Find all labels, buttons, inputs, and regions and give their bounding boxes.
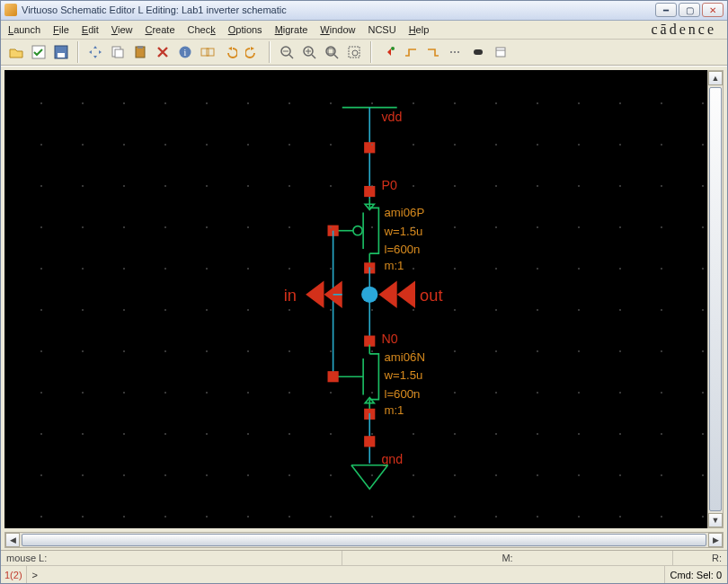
vertical-scrollbar[interactable]: ▲ ▼ [707,70,724,528]
open-button[interactable] [6,42,26,62]
svg-rect-2 [58,53,65,58]
menu-options[interactable]: Options [226,22,264,37]
cmd-sel-status: Cmd: Sel: 0 [664,566,727,583]
window-controls: ━ ▢ ✕ [655,3,724,17]
menu-launch[interactable]: Launch [6,22,42,37]
check-icon [31,45,46,59]
copy-button[interactable] [108,42,128,62]
menu-check[interactable]: Check [186,22,218,37]
menu-migrate[interactable]: Migrate [273,22,310,37]
svg-rect-25 [474,49,483,55]
vscroll-track[interactable] [708,85,723,513]
menu-view[interactable]: View [110,22,135,37]
svg-rect-6 [138,46,143,49]
delete-x-icon [155,45,170,59]
scroll-right-button[interactable]: ▶ [708,533,723,547]
mouse-left-status: mouse L: [1,551,342,566]
wire-h-icon [404,45,418,59]
move-icon [88,45,102,59]
maximize-button[interactable]: ▢ [679,3,700,17]
mouse-status-bar: mouse L: M: R: [1,550,727,566]
svg-rect-20 [328,49,333,54]
dot-grid [4,70,707,528]
canvas-area: vdd P0 ami06P w=1.5u l=600n [1,66,727,532]
svg-point-22 [352,50,358,56]
zoom-in-button[interactable] [299,42,319,62]
clipboard-icon [133,45,147,59]
svg-text:i: i [184,48,187,58]
close-button[interactable]: ✕ [702,3,724,17]
group-button[interactable] [198,42,218,62]
toolbar-separator [370,41,372,63]
paste-button[interactable] [130,42,150,62]
toolbar-separator [77,41,79,63]
scroll-down-button[interactable]: ▼ [708,513,723,527]
zoom-sel-button[interactable] [344,42,364,62]
toolbar: i [1,40,727,66]
zoom-in-icon [302,45,316,59]
zoom-sel-icon [347,45,361,59]
menu-ncsu[interactable]: NCSU [366,22,397,37]
mouse-right-status: R: [673,551,727,566]
pin-button[interactable] [378,42,398,62]
window-title: Virtuoso Schematic Editor L Editing: Lab… [22,4,655,15]
delete-button[interactable] [153,42,173,62]
svg-rect-4 [115,49,123,58]
horizontal-scrollbar[interactable]: ◀ ▶ [4,532,724,548]
zoom-out-button[interactable] [277,42,297,62]
redo-button[interactable] [243,42,262,62]
hscroll-track[interactable] [20,533,708,547]
menus: Launch File Edit View Create Check Optio… [6,22,431,37]
move-button[interactable] [85,42,105,62]
command-prompt[interactable]: > [27,570,664,580]
folder-open-icon [9,45,23,59]
pin-icon [381,45,395,59]
info-button[interactable]: i [175,42,195,62]
svg-rect-10 [207,49,214,56]
svg-point-23 [391,47,395,50]
copy-icon [111,45,125,59]
zoom-fit-button[interactable] [322,42,342,62]
svg-rect-26 [496,48,505,57]
app-icon [4,4,17,16]
schematic-canvas[interactable]: vdd P0 ami06P w=1.5u l=600n [4,70,707,528]
command-status-bar: 1(2) > Cmd: Sel: 0 [1,565,727,583]
hscroll-thumb[interactable] [22,534,706,546]
svg-rect-9 [201,49,209,56]
check-save-button[interactable] [29,42,49,62]
svg-line-15 [312,55,315,58]
scroll-left-button[interactable]: ◀ [5,533,20,547]
menu-create[interactable]: Create [143,22,176,37]
undo-icon [223,45,237,59]
wire-h-button[interactable] [401,42,421,62]
zoom-out-icon [280,45,294,59]
menu-help[interactable]: Help [407,22,431,37]
group-icon [200,45,215,59]
toolbar-separator [269,41,271,63]
wire-v-button[interactable] [423,42,443,62]
scroll-up-button[interactable]: ▲ [708,71,723,85]
mouse-mid-status: M: [342,551,673,566]
menu-file[interactable]: File [51,22,71,37]
minimize-button[interactable]: ━ [655,3,677,17]
titlebar: Virtuoso Schematic Editor L Editing: Lab… [1,1,727,21]
instance-button[interactable] [468,42,488,62]
line-col-indicator: 1(2) [1,566,27,583]
wire-v-icon [426,45,440,59]
undo-button[interactable] [220,42,240,62]
app-window: Virtuoso Schematic Editor L Editing: Lab… [0,0,728,584]
menu-window[interactable]: Window [318,22,357,37]
net-icon [493,45,508,59]
label-icon [448,45,463,59]
floppy-icon [54,45,68,59]
menu-edit[interactable]: Edit [80,22,101,37]
brand-logo: cādence [651,22,722,38]
instance-icon [471,45,485,59]
info-icon: i [178,45,192,59]
net-button[interactable] [491,42,510,62]
vscroll-thumb[interactable] [709,87,722,511]
save-button[interactable] [51,42,71,62]
redo-icon [245,45,260,59]
label-button[interactable] [446,42,466,62]
svg-line-12 [289,55,293,58]
